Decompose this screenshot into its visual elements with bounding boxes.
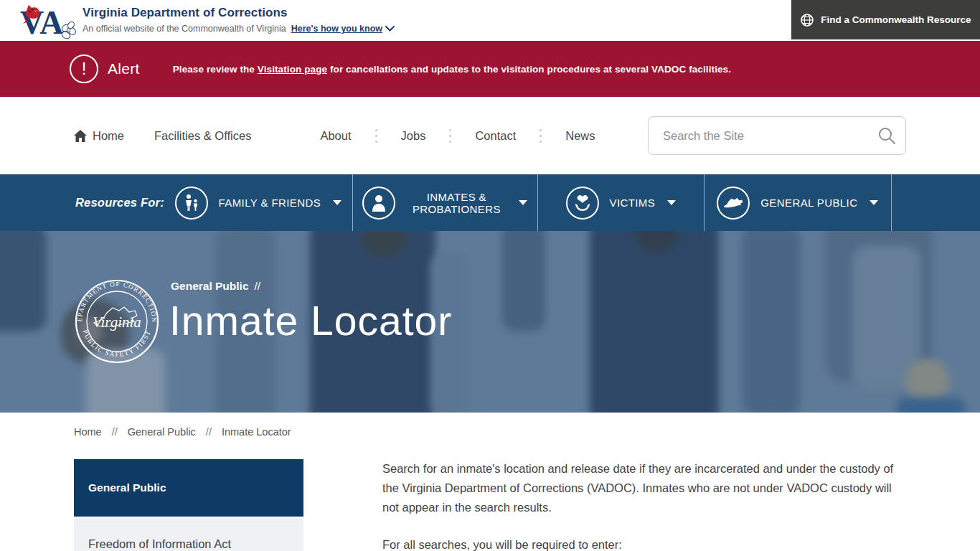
find-commonwealth-resource-button[interactable]: Find a Commonwealth Resource xyxy=(791,0,980,39)
alert-banner: ! Alert Please review the Visitation pag… xyxy=(0,41,980,97)
nav-item-contact[interactable]: Contact xyxy=(475,129,516,143)
caret-down-icon xyxy=(333,200,341,205)
breadcrumb-general-public[interactable]: General Public xyxy=(128,426,196,438)
resources-label-inmates-probationers: INMATES & PROBATIONERS xyxy=(406,191,507,215)
alert-exclamation-icon: ! xyxy=(70,55,98,83)
breadcrumb-separator: // xyxy=(206,426,212,438)
breadcrumb: Home // General Public // Inmate Locator xyxy=(74,426,980,438)
nav-item-news[interactable]: News xyxy=(565,129,595,143)
search-requirements-intro: For all searches, you will be required t… xyxy=(382,535,906,551)
section-sidebar: General Public Freedom of Information Ac… xyxy=(74,459,303,551)
vadoc-logo[interactable]: VA xyxy=(19,2,77,39)
sidebar-item-foia[interactable]: Freedom of Information Act xyxy=(74,518,303,551)
alert-label: Alert xyxy=(108,60,140,77)
nav-label: Contact xyxy=(475,129,516,143)
resources-victims-dropdown[interactable]: VICTIMS xyxy=(538,174,704,231)
resources-for-label: Resources For: xyxy=(75,196,164,209)
nav-label: News xyxy=(565,129,595,143)
nav-label: Home xyxy=(93,129,124,143)
nav-item-jobs[interactable]: Jobs xyxy=(401,129,426,143)
nav-label: About xyxy=(320,129,351,143)
resources-for-bar: Resources For: FAMILY & FRIENDS INMATES … xyxy=(0,174,980,231)
family-icon xyxy=(175,187,208,220)
site-title: Virginia Department of Corrections xyxy=(83,6,395,20)
vadoc-seal: DEPARTMENT OF CORRECTIONS PUBLIC SAFETY … xyxy=(74,278,160,367)
resources-label-family-friends: FAMILY & FRIENDS xyxy=(219,197,321,209)
alert-message: Please review the Visitation page for ca… xyxy=(173,64,731,75)
nav-item-facilities-offices[interactable]: Facilities & Offices xyxy=(154,129,251,143)
site-brand: Virginia Department of Corrections An of… xyxy=(83,6,395,34)
nav-separator xyxy=(375,129,377,143)
site-search xyxy=(648,116,906,155)
virginia-state-icon xyxy=(717,187,750,220)
nav-label: Jobs xyxy=(401,129,426,143)
search-icon xyxy=(877,126,896,145)
page-title: Inmate Locator xyxy=(169,297,452,344)
nav-label: Facilities & Offices xyxy=(154,129,251,143)
nav-separator xyxy=(449,129,451,143)
nav-item-home[interactable]: Home xyxy=(74,129,124,143)
find-commonwealth-resource-label: Find a Commonwealth Resource xyxy=(821,14,971,25)
home-icon xyxy=(74,130,87,142)
search-input[interactable] xyxy=(648,116,906,155)
inmate-icon xyxy=(362,187,395,220)
official-site-text: An official website of the Commonwealth … xyxy=(83,24,286,34)
page-content: General Public Freedom of Information Ac… xyxy=(74,459,906,551)
svg-text:Virginia: Virginia xyxy=(93,314,141,331)
caret-down-icon xyxy=(870,200,878,205)
nav-separator xyxy=(540,129,542,143)
resources-general-public-dropdown[interactable]: GENERAL PUBLIC xyxy=(705,174,891,231)
chevron-down-icon xyxy=(385,26,395,32)
inmate-locator-description: Search for an inmate's location and rele… xyxy=(382,459,906,551)
resources-label-general-public: GENERAL PUBLIC xyxy=(760,197,857,209)
search-button[interactable] xyxy=(877,126,896,145)
heres-how-you-know-link[interactable]: Here's how you know xyxy=(291,24,395,34)
resources-label-victims: VICTIMS xyxy=(610,197,656,209)
caret-down-icon xyxy=(667,200,676,205)
caret-down-icon xyxy=(519,200,527,205)
breadcrumb-current: Inmate Locator xyxy=(222,426,291,438)
resources-divider xyxy=(891,174,892,231)
site-header: VA Virginia Department of Corrections xyxy=(0,0,980,41)
visitation-page-link[interactable]: Visitation page xyxy=(258,64,327,75)
breadcrumb-separator: // xyxy=(112,426,118,438)
description-paragraph: Search for an inmate's location and rele… xyxy=(382,459,906,517)
sidebar-item-general-public[interactable]: General Public xyxy=(74,459,303,517)
nav-item-about[interactable]: About xyxy=(320,129,351,143)
va-cardinal-logo-icon: VA xyxy=(19,2,77,39)
hero-section-eyebrow[interactable]: General Public// xyxy=(171,280,260,293)
vadoc-seal-icon: DEPARTMENT OF CORRECTIONS PUBLIC SAFETY … xyxy=(74,278,160,364)
globe-icon xyxy=(800,13,814,27)
breadcrumb-home[interactable]: Home xyxy=(74,426,102,438)
resources-inmates-probationers-dropdown[interactable]: INMATES & PROBATIONERS xyxy=(353,174,537,231)
hero-banner: DEPARTMENT OF CORRECTIONS PUBLIC SAFETY … xyxy=(0,231,980,413)
main-navigation: Home Facilities & Offices About Jobs Con… xyxy=(0,97,980,174)
resources-family-friends-dropdown[interactable]: FAMILY & FRIENDS xyxy=(164,174,352,231)
victims-icon xyxy=(566,187,599,220)
